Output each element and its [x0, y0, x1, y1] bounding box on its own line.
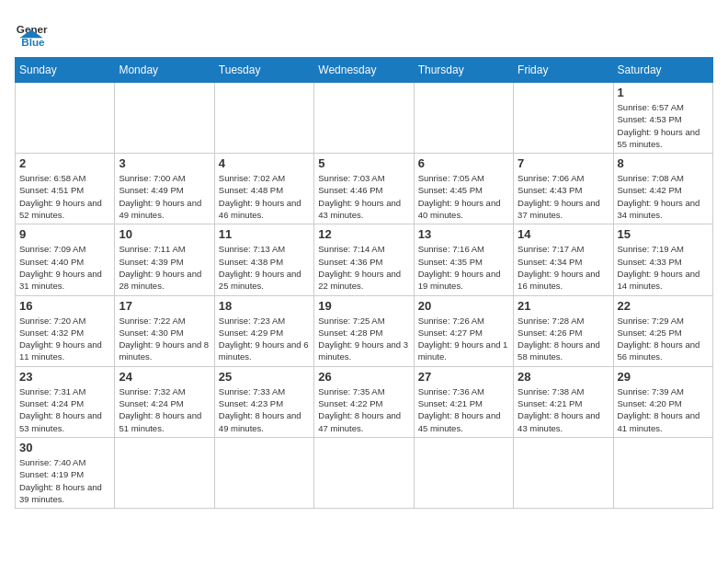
- cell-day-number: 14: [518, 227, 609, 241]
- cell-day-number: 24: [119, 370, 210, 384]
- cell-day-number: 28: [518, 370, 609, 384]
- cell-day-number: 27: [418, 370, 509, 384]
- calendar-cell: 28Sunrise: 7:38 AM Sunset: 4:21 PM Dayli…: [514, 366, 613, 437]
- calendar-cell: [314, 437, 414, 508]
- cell-day-number: 11: [219, 227, 310, 241]
- calendar-cell: 27Sunrise: 7:36 AM Sunset: 4:21 PM Dayli…: [414, 366, 513, 437]
- cell-info-text: Sunrise: 7:23 AM Sunset: 4:29 PM Dayligh…: [219, 315, 310, 363]
- calendar-cell: [414, 83, 513, 154]
- calendar-cell: 13Sunrise: 7:16 AM Sunset: 4:35 PM Dayli…: [414, 224, 513, 295]
- calendar-cell: [214, 437, 313, 508]
- cell-info-text: Sunrise: 7:32 AM Sunset: 4:24 PM Dayligh…: [119, 385, 210, 434]
- calendar-cell: 19Sunrise: 7:25 AM Sunset: 4:28 PM Dayli…: [314, 295, 414, 366]
- cell-info-text: Sunrise: 7:13 AM Sunset: 4:38 PM Dayligh…: [219, 243, 310, 292]
- cell-info-text: Sunrise: 6:58 AM Sunset: 4:51 PM Dayligh…: [19, 172, 110, 221]
- cell-day-number: 13: [418, 227, 509, 241]
- cell-day-number: 30: [19, 441, 110, 454]
- cell-day-number: 26: [318, 370, 409, 384]
- cell-info-text: Sunrise: 7:19 AM Sunset: 4:33 PM Dayligh…: [618, 243, 709, 292]
- calendar-cell: 16Sunrise: 7:20 AM Sunset: 4:32 PM Dayli…: [16, 295, 115, 366]
- cell-day-number: 20: [418, 299, 509, 313]
- calendar-cell: [314, 83, 414, 154]
- cell-info-text: Sunrise: 7:02 AM Sunset: 4:48 PM Dayligh…: [219, 172, 310, 221]
- calendar-cell: 23Sunrise: 7:31 AM Sunset: 4:24 PM Dayli…: [16, 366, 115, 437]
- calendar-cell: 10Sunrise: 7:11 AM Sunset: 4:39 PM Dayli…: [115, 224, 214, 295]
- cell-info-text: Sunrise: 7:08 AM Sunset: 4:42 PM Dayligh…: [618, 172, 709, 221]
- calendar-cell: 26Sunrise: 7:35 AM Sunset: 4:22 PM Dayli…: [314, 366, 414, 437]
- cell-info-text: Sunrise: 7:39 AM Sunset: 4:20 PM Dayligh…: [618, 385, 709, 434]
- cell-day-number: 25: [219, 370, 310, 384]
- cell-info-text: Sunrise: 7:38 AM Sunset: 4:21 PM Dayligh…: [518, 385, 609, 434]
- cell-info-text: Sunrise: 7:06 AM Sunset: 4:43 PM Dayligh…: [518, 172, 609, 221]
- calendar-week-row: 30Sunrise: 7:40 AM Sunset: 4:19 PM Dayli…: [16, 437, 713, 508]
- cell-info-text: Sunrise: 7:17 AM Sunset: 4:34 PM Dayligh…: [518, 243, 609, 292]
- cell-day-number: 15: [618, 227, 709, 241]
- calendar-cell: [115, 83, 214, 154]
- calendar-cell: 24Sunrise: 7:32 AM Sunset: 4:24 PM Dayli…: [115, 366, 214, 437]
- calendar-week-row: 1Sunrise: 6:57 AM Sunset: 4:53 PM Daylig…: [16, 83, 713, 154]
- calendar-cell: 11Sunrise: 7:13 AM Sunset: 4:38 PM Dayli…: [214, 224, 313, 295]
- calendar-week-row: 9Sunrise: 7:09 AM Sunset: 4:40 PM Daylig…: [16, 224, 713, 295]
- calendar-cell: [214, 83, 313, 154]
- calendar-cell: 21Sunrise: 7:28 AM Sunset: 4:26 PM Dayli…: [514, 295, 613, 366]
- cell-info-text: Sunrise: 7:20 AM Sunset: 4:32 PM Dayligh…: [19, 315, 110, 363]
- weekday-header-thursday: Thursday: [414, 58, 513, 83]
- calendar-body: 1Sunrise: 6:57 AM Sunset: 4:53 PM Daylig…: [16, 83, 713, 509]
- calendar-cell: 7Sunrise: 7:06 AM Sunset: 4:43 PM Daylig…: [514, 154, 613, 224]
- cell-day-number: 21: [518, 299, 609, 313]
- calendar-cell: [414, 437, 513, 508]
- calendar-cell: 17Sunrise: 7:22 AM Sunset: 4:30 PM Dayli…: [115, 295, 214, 366]
- cell-day-number: 4: [219, 156, 310, 170]
- cell-info-text: Sunrise: 7:11 AM Sunset: 4:39 PM Dayligh…: [119, 243, 210, 292]
- calendar-cell: 1Sunrise: 6:57 AM Sunset: 4:53 PM Daylig…: [613, 83, 712, 154]
- cell-day-number: 8: [618, 156, 709, 170]
- cell-day-number: 5: [318, 156, 409, 170]
- weekday-header-wednesday: Wednesday: [314, 58, 414, 83]
- calendar-cell: 4Sunrise: 7:02 AM Sunset: 4:48 PM Daylig…: [214, 154, 313, 224]
- calendar-cell: [613, 437, 712, 508]
- cell-info-text: Sunrise: 7:09 AM Sunset: 4:40 PM Dayligh…: [19, 243, 110, 292]
- cell-info-text: Sunrise: 7:03 AM Sunset: 4:46 PM Dayligh…: [318, 172, 409, 221]
- cell-day-number: 3: [119, 156, 210, 170]
- cell-info-text: Sunrise: 7:14 AM Sunset: 4:36 PM Dayligh…: [318, 243, 409, 292]
- calendar-cell: 22Sunrise: 7:29 AM Sunset: 4:25 PM Dayli…: [613, 295, 712, 366]
- cell-day-number: 7: [518, 156, 609, 170]
- cell-info-text: Sunrise: 7:25 AM Sunset: 4:28 PM Dayligh…: [318, 315, 409, 363]
- calendar-cell: 20Sunrise: 7:26 AM Sunset: 4:27 PM Dayli…: [414, 295, 513, 366]
- page-header: General Blue: [15, 15, 713, 48]
- cell-day-number: 29: [618, 370, 709, 384]
- calendar-cell: 6Sunrise: 7:05 AM Sunset: 4:45 PM Daylig…: [414, 154, 513, 224]
- cell-day-number: 19: [318, 299, 409, 313]
- calendar-cell: 15Sunrise: 7:19 AM Sunset: 4:33 PM Dayli…: [613, 224, 712, 295]
- cell-day-number: 1: [618, 86, 709, 99]
- weekday-header-saturday: Saturday: [613, 58, 712, 83]
- calendar-cell: 3Sunrise: 7:00 AM Sunset: 4:49 PM Daylig…: [115, 154, 214, 224]
- calendar-cell: 30Sunrise: 7:40 AM Sunset: 4:19 PM Dayli…: [16, 437, 115, 508]
- calendar-week-row: 2Sunrise: 6:58 AM Sunset: 4:51 PM Daylig…: [16, 154, 713, 224]
- calendar-cell: 2Sunrise: 6:58 AM Sunset: 4:51 PM Daylig…: [16, 154, 115, 224]
- cell-info-text: Sunrise: 7:05 AM Sunset: 4:45 PM Dayligh…: [418, 172, 509, 221]
- cell-info-text: Sunrise: 7:33 AM Sunset: 4:23 PM Dayligh…: [219, 385, 310, 434]
- logo: General Blue: [15, 15, 51, 48]
- logo-icon: General Blue: [15, 15, 48, 48]
- cell-info-text: Sunrise: 6:57 AM Sunset: 4:53 PM Dayligh…: [618, 101, 709, 150]
- cell-info-text: Sunrise: 7:36 AM Sunset: 4:21 PM Dayligh…: [418, 385, 509, 434]
- weekday-header-friday: Friday: [514, 58, 613, 83]
- cell-info-text: Sunrise: 7:28 AM Sunset: 4:26 PM Dayligh…: [518, 315, 609, 363]
- calendar-cell: [16, 83, 115, 154]
- cell-day-number: 12: [318, 227, 409, 241]
- weekday-header-monday: Monday: [115, 58, 214, 83]
- calendar-week-row: 16Sunrise: 7:20 AM Sunset: 4:32 PM Dayli…: [16, 295, 713, 366]
- weekday-header-sunday: Sunday: [16, 58, 115, 83]
- cell-info-text: Sunrise: 7:00 AM Sunset: 4:49 PM Dayligh…: [119, 172, 210, 221]
- calendar-cell: 29Sunrise: 7:39 AM Sunset: 4:20 PM Dayli…: [613, 366, 712, 437]
- cell-day-number: 6: [418, 156, 509, 170]
- weekday-header-row: SundayMondayTuesdayWednesdayThursdayFrid…: [16, 58, 713, 83]
- calendar: SundayMondayTuesdayWednesdayThursdayFrid…: [15, 57, 713, 509]
- calendar-cell: 8Sunrise: 7:08 AM Sunset: 4:42 PM Daylig…: [613, 154, 712, 224]
- cell-info-text: Sunrise: 7:29 AM Sunset: 4:25 PM Dayligh…: [618, 315, 709, 363]
- calendar-cell: 12Sunrise: 7:14 AM Sunset: 4:36 PM Dayli…: [314, 224, 414, 295]
- cell-info-text: Sunrise: 7:40 AM Sunset: 4:19 PM Dayligh…: [19, 456, 110, 505]
- cell-info-text: Sunrise: 7:22 AM Sunset: 4:30 PM Dayligh…: [119, 315, 210, 363]
- calendar-cell: [514, 437, 613, 508]
